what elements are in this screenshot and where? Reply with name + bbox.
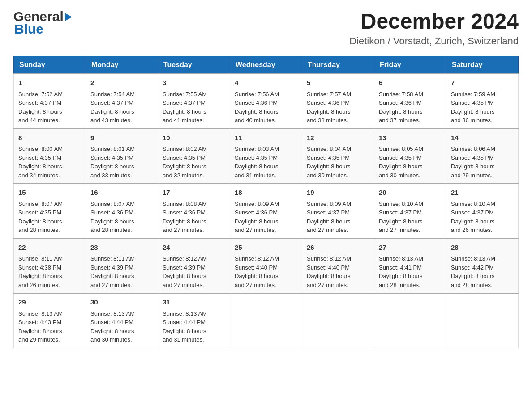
day-cell-30: 30 Sunrise: 8:13 AM Sunset: 4:44 PM Dayl… <box>86 293 158 348</box>
day-info: Sunrise: 8:08 AM Sunset: 4:36 PM Dayligh… <box>163 201 207 234</box>
day-info: Sunrise: 8:12 AM Sunset: 4:40 PM Dayligh… <box>307 255 351 288</box>
day-info: Sunrise: 7:59 AM Sunset: 4:35 PM Dayligh… <box>451 91 495 124</box>
day-info: Sunrise: 8:13 AM Sunset: 4:44 PM Dayligh… <box>90 310 135 343</box>
day-info: Sunrise: 8:13 AM Sunset: 4:41 PM Dayligh… <box>379 255 423 288</box>
day-cell-3: 3 Sunrise: 7:55 AM Sunset: 4:37 PM Dayli… <box>158 74 230 129</box>
day-cell-21: 21 Sunrise: 8:10 AM Sunset: 4:37 PM Dayl… <box>446 184 519 239</box>
day-number: 25 <box>235 243 297 253</box>
day-cell-26: 26 Sunrise: 8:12 AM Sunset: 4:40 PM Dayl… <box>302 239 374 294</box>
day-number: 31 <box>163 297 225 308</box>
day-cell-4: 4 Sunrise: 7:56 AM Sunset: 4:36 PM Dayli… <box>230 74 302 129</box>
weekday-header-row: SundayMondayTuesdayWednesdayThursdayFrid… <box>14 56 519 74</box>
day-number: 7 <box>451 78 514 88</box>
empty-cell <box>302 293 374 348</box>
day-number: 27 <box>379 243 442 253</box>
calendar-body: 1 Sunrise: 7:52 AM Sunset: 4:37 PM Dayli… <box>14 74 519 348</box>
day-number: 26 <box>307 243 369 253</box>
day-number: 3 <box>163 78 225 88</box>
day-info: Sunrise: 8:07 AM Sunset: 4:35 PM Dayligh… <box>18 201 63 234</box>
day-number: 9 <box>90 133 153 143</box>
day-info: Sunrise: 8:01 AM Sunset: 4:35 PM Dayligh… <box>90 146 135 179</box>
day-number: 24 <box>163 243 225 253</box>
day-cell-16: 16 Sunrise: 8:07 AM Sunset: 4:36 PM Dayl… <box>86 184 158 239</box>
day-number: 14 <box>451 133 514 143</box>
day-info: Sunrise: 8:12 AM Sunset: 4:39 PM Dayligh… <box>163 255 207 288</box>
day-number: 4 <box>235 78 297 88</box>
day-info: Sunrise: 8:10 AM Sunset: 4:37 PM Dayligh… <box>379 201 423 234</box>
day-number: 6 <box>379 78 442 88</box>
day-cell-20: 20 Sunrise: 8:10 AM Sunset: 4:37 PM Dayl… <box>374 184 446 239</box>
weekday-header-sunday: Sunday <box>14 56 86 74</box>
day-info: Sunrise: 7:54 AM Sunset: 4:37 PM Dayligh… <box>90 91 135 124</box>
day-info: Sunrise: 8:00 AM Sunset: 4:35 PM Dayligh… <box>18 146 63 179</box>
page-header: General Blue December 2024 Dietikon / Vo… <box>13 9 519 47</box>
day-info: Sunrise: 8:13 AM Sunset: 4:42 PM Dayligh… <box>451 255 495 288</box>
day-info: Sunrise: 8:04 AM Sunset: 4:35 PM Dayligh… <box>307 146 351 179</box>
day-number: 20 <box>379 188 442 198</box>
subtitle: Dietikon / Vorstadt, Zurich, Switzerland <box>349 35 519 47</box>
day-info: Sunrise: 8:13 AM Sunset: 4:43 PM Dayligh… <box>18 310 63 343</box>
day-cell-17: 17 Sunrise: 8:08 AM Sunset: 4:36 PM Dayl… <box>158 184 230 239</box>
day-cell-29: 29 Sunrise: 8:13 AM Sunset: 4:43 PM Dayl… <box>14 293 86 348</box>
weekday-header-saturday: Saturday <box>446 56 519 74</box>
day-info: Sunrise: 8:05 AM Sunset: 4:35 PM Dayligh… <box>379 146 423 179</box>
day-number: 10 <box>163 133 225 143</box>
day-number: 18 <box>235 188 297 198</box>
day-cell-25: 25 Sunrise: 8:12 AM Sunset: 4:40 PM Dayl… <box>230 239 302 294</box>
day-cell-24: 24 Sunrise: 8:12 AM Sunset: 4:39 PM Dayl… <box>158 239 230 294</box>
day-number: 1 <box>18 78 81 88</box>
day-cell-9: 9 Sunrise: 8:01 AM Sunset: 4:35 PM Dayli… <box>86 129 158 184</box>
main-title: December 2024 <box>349 9 519 34</box>
day-info: Sunrise: 8:09 AM Sunset: 4:36 PM Dayligh… <box>235 201 279 234</box>
day-cell-22: 22 Sunrise: 8:11 AM Sunset: 4:38 PM Dayl… <box>14 239 86 294</box>
day-info: Sunrise: 7:56 AM Sunset: 4:36 PM Dayligh… <box>235 91 279 124</box>
title-block: December 2024 Dietikon / Vorstadt, Zuric… <box>349 9 519 47</box>
empty-cell <box>374 293 446 348</box>
day-cell-15: 15 Sunrise: 8:07 AM Sunset: 4:35 PM Dayl… <box>14 184 86 239</box>
logo-arrow-icon <box>65 13 72 21</box>
calendar-table: SundayMondayTuesdayWednesdayThursdayFrid… <box>13 56 519 348</box>
day-info: Sunrise: 8:07 AM Sunset: 4:36 PM Dayligh… <box>90 201 135 234</box>
weekday-header-monday: Monday <box>86 56 158 74</box>
day-info: Sunrise: 7:52 AM Sunset: 4:37 PM Dayligh… <box>18 91 63 124</box>
day-info: Sunrise: 8:11 AM Sunset: 4:39 PM Dayligh… <box>90 255 135 288</box>
day-number: 2 <box>90 78 153 88</box>
day-cell-14: 14 Sunrise: 8:06 AM Sunset: 4:35 PM Dayl… <box>446 129 519 184</box>
day-cell-1: 1 Sunrise: 7:52 AM Sunset: 4:37 PM Dayli… <box>14 74 86 129</box>
day-info: Sunrise: 8:06 AM Sunset: 4:35 PM Dayligh… <box>451 146 495 179</box>
day-number: 23 <box>90 243 153 253</box>
day-number: 29 <box>18 297 81 308</box>
day-cell-28: 28 Sunrise: 8:13 AM Sunset: 4:42 PM Dayl… <box>446 239 519 294</box>
week-row-5: 29 Sunrise: 8:13 AM Sunset: 4:43 PM Dayl… <box>14 293 519 348</box>
week-row-3: 15 Sunrise: 8:07 AM Sunset: 4:35 PM Dayl… <box>14 184 519 239</box>
day-number: 16 <box>90 188 153 198</box>
day-number: 19 <box>307 188 369 198</box>
logo: General Blue <box>13 9 72 37</box>
day-cell-11: 11 Sunrise: 8:03 AM Sunset: 4:35 PM Dayl… <box>230 129 302 184</box>
day-cell-31: 31 Sunrise: 8:13 AM Sunset: 4:44 PM Dayl… <box>158 293 230 348</box>
weekday-header-thursday: Thursday <box>302 56 374 74</box>
week-row-4: 22 Sunrise: 8:11 AM Sunset: 4:38 PM Dayl… <box>14 239 519 294</box>
day-cell-13: 13 Sunrise: 8:05 AM Sunset: 4:35 PM Dayl… <box>374 129 446 184</box>
logo-blue-text: Blue <box>14 21 43 37</box>
weekday-header-friday: Friday <box>374 56 446 74</box>
empty-cell <box>230 293 302 348</box>
day-info: Sunrise: 8:03 AM Sunset: 4:35 PM Dayligh… <box>235 146 279 179</box>
day-cell-7: 7 Sunrise: 7:59 AM Sunset: 4:35 PM Dayli… <box>446 74 519 129</box>
day-cell-27: 27 Sunrise: 8:13 AM Sunset: 4:41 PM Dayl… <box>374 239 446 294</box>
day-number: 28 <box>451 243 514 253</box>
day-cell-8: 8 Sunrise: 8:00 AM Sunset: 4:35 PM Dayli… <box>14 129 86 184</box>
day-number: 17 <box>163 188 225 198</box>
day-cell-18: 18 Sunrise: 8:09 AM Sunset: 4:36 PM Dayl… <box>230 184 302 239</box>
weekday-header-tuesday: Tuesday <box>158 56 230 74</box>
week-row-2: 8 Sunrise: 8:00 AM Sunset: 4:35 PM Dayli… <box>14 129 519 184</box>
day-cell-5: 5 Sunrise: 7:57 AM Sunset: 4:36 PM Dayli… <box>302 74 374 129</box>
day-number: 8 <box>18 133 81 143</box>
day-info: Sunrise: 7:58 AM Sunset: 4:36 PM Dayligh… <box>379 91 423 124</box>
day-cell-2: 2 Sunrise: 7:54 AM Sunset: 4:37 PM Dayli… <box>86 74 158 129</box>
day-number: 12 <box>307 133 369 143</box>
day-cell-10: 10 Sunrise: 8:02 AM Sunset: 4:35 PM Dayl… <box>158 129 230 184</box>
day-number: 11 <box>235 133 297 143</box>
day-info: Sunrise: 8:09 AM Sunset: 4:37 PM Dayligh… <box>307 201 351 234</box>
empty-cell <box>446 293 519 348</box>
